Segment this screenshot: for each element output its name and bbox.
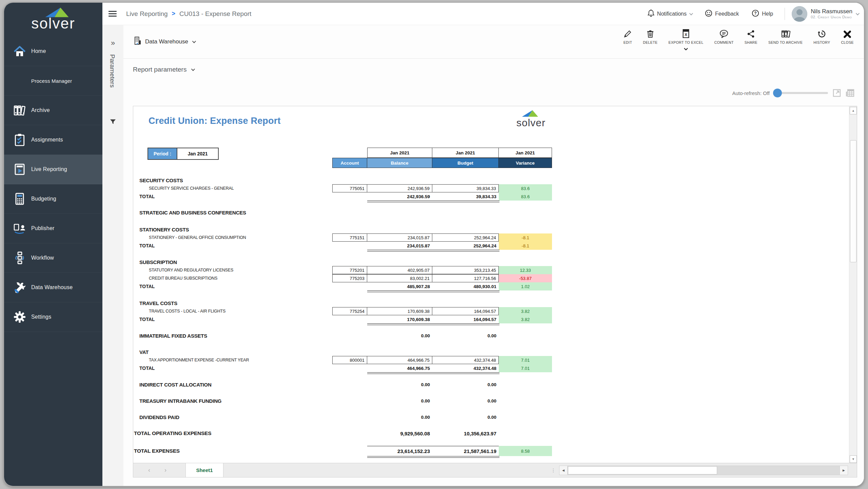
live-reporting-icon	[13, 163, 26, 176]
sidebar-item-label: Archive	[31, 107, 50, 113]
report-parameters-label: Report parameters	[133, 66, 186, 73]
user-org: 02. Credit Union Demo	[811, 15, 852, 19]
section-row: STATIONERY COSTS	[133, 225, 849, 233]
report-table-body: SECURITY COSTS SECURITY SERVICE CHARGES …	[133, 176, 849, 458]
sidebar-item-label: Settings	[31, 314, 51, 320]
data-source-dropdown[interactable]: Data Warehouse	[134, 37, 195, 46]
chevron-down-icon	[856, 11, 860, 15]
sheet-tab[interactable]: Sheet1	[185, 463, 223, 477]
prev-sheet-button[interactable]: ‹	[148, 463, 150, 477]
history-icon	[813, 28, 830, 38]
grand-total-row: TOTAL OPERATING EXPENSES 9,929,560.08 10…	[133, 429, 849, 437]
auto-refresh-slider[interactable]	[774, 92, 828, 94]
total-row: TOTAL 464,966.75 432,374.48 7.01	[133, 364, 849, 372]
sidebar-item-process-manager[interactable]: Process Manager	[4, 66, 102, 96]
export-to-excel-button[interactable]: X EXPORT TO EXCEL	[663, 28, 709, 52]
help-button[interactable]: ? Help	[747, 10, 778, 18]
workflow-icon	[13, 251, 26, 265]
help-label: Help	[762, 11, 773, 17]
building-icon	[134, 37, 141, 46]
feedback-button[interactable]: Feedback	[700, 10, 744, 18]
sidebar-item-data-warehouse[interactable]: Data Warehouse	[4, 273, 102, 302]
share-button[interactable]: SHARE	[739, 28, 763, 52]
expand-panel-icon[interactable]: »	[102, 39, 123, 48]
resize-icon[interactable]	[833, 89, 841, 97]
sidebar-item-label: Assignments	[31, 137, 63, 143]
sidebar-item-archive[interactable]: Archive	[4, 96, 102, 125]
scroll-right-button[interactable]: ▶	[840, 466, 848, 475]
user-name: Nils Rasmussen	[811, 8, 852, 15]
horizontal-scrollbar-thumb[interactable]	[568, 466, 717, 474]
excel-icon: X	[668, 28, 703, 38]
grand-total-row: TOTAL EXPENSES 23,614,152.23 21,587,561.…	[133, 446, 849, 456]
double-rule	[367, 201, 499, 202]
sidebar-item-live-reporting[interactable]: Live Reporting	[4, 155, 102, 184]
report-parameters-dropdown[interactable]: Report parameters	[133, 66, 194, 73]
table-row: TRAVEL COSTS - LOCAL - AIR FLIGHTS 77525…	[133, 307, 849, 315]
archive-icon	[13, 104, 26, 117]
report-solver-logo: solver	[509, 110, 553, 129]
parameters-label: Parameters	[108, 54, 116, 88]
chevron-down-icon	[689, 11, 693, 15]
user-menu[interactable]: Nils Rasmussen 02. Credit Union Demo	[811, 8, 852, 19]
scroll-up-button[interactable]: ▲	[850, 107, 857, 114]
period-label: Period :	[148, 148, 177, 159]
double-rule	[367, 323, 499, 325]
sidebar-item-label: Budgeting	[31, 196, 56, 202]
comment-button[interactable]: COMMENT	[709, 28, 739, 52]
report-title: Credit Union: Expense Report	[149, 116, 281, 126]
sidebar-item-home[interactable]: Home	[4, 37, 102, 66]
share-icon	[745, 28, 757, 38]
breadcrumb-section[interactable]: Live Reporting	[126, 10, 168, 18]
horizontal-scrollbar[interactable]: ◀ ▶	[559, 466, 848, 475]
edit-button[interactable]: EDIT	[618, 28, 638, 52]
report-viewport: Credit Union: Expense Report solver Peri…	[133, 106, 857, 477]
sidebar: solver Home Process Manager Archive Assi…	[4, 3, 102, 486]
period-selector: Period : Jan 2021	[147, 148, 219, 160]
table-row: DIVIDENDS PAID 0.00 0.00	[133, 413, 849, 421]
parameters-panel: » Parameters	[102, 25, 123, 486]
delete-button[interactable]: DELETE	[637, 28, 663, 52]
sidebar-item-assignments[interactable]: Assignments	[4, 125, 102, 155]
next-sheet-button[interactable]: ›	[164, 463, 166, 477]
drag-handle-icon[interactable]: ⋮	[551, 463, 556, 477]
vertical-scrollbar[interactable]: ▲ ▼	[849, 106, 857, 464]
total-row: TOTAL 242,936.59 39,834.33 83.6	[133, 192, 849, 201]
feedback-label: Feedback	[715, 11, 739, 17]
notifications-label: Notifications	[657, 11, 687, 17]
table-row: TAX APPORTIONMENT EXPENSE -CURRENT YEAR …	[133, 356, 849, 364]
sidebar-item-budgeting[interactable]: Budgeting	[4, 184, 102, 214]
table-row: CREDIT BUREAU SUBSCRIPTIONS 775203 83,00…	[133, 274, 849, 282]
sidebar-item-workflow[interactable]: Workflow	[4, 243, 102, 273]
sidebar-item-settings[interactable]: Settings	[4, 302, 102, 332]
close-button[interactable]: CLOSE	[835, 28, 859, 52]
solver-logo-text: solver	[4, 15, 102, 32]
filter-icon[interactable]	[110, 119, 116, 126]
bell-icon	[648, 10, 654, 18]
avatar[interactable]	[792, 6, 807, 22]
auto-refresh-label: Auto-refresh: Off	[732, 90, 770, 96]
page-title: CU013 - Expense Report	[179, 10, 251, 18]
scroll-left-button[interactable]: ◀	[559, 466, 568, 475]
grid-icon[interactable]	[846, 89, 854, 97]
sidebar-item-label: Process Manager	[31, 78, 72, 84]
section-row: VAT	[133, 348, 849, 356]
table-row: IMMATERIAL FIXED ASSETS 0.00 0.00	[133, 332, 849, 340]
sidebar-item-publisher[interactable]: Publisher	[4, 214, 102, 243]
menu-icon[interactable]	[108, 10, 117, 18]
period-header-row: Jan 2021 Jan 2021 Jan 2021	[367, 148, 552, 158]
breadcrumb-separator: >	[172, 10, 176, 17]
sheet-bar: ‹ › Sheet1 ⋮ ◀ ▶	[133, 463, 857, 477]
scroll-down-button[interactable]: ▼	[850, 455, 857, 463]
notifications-button[interactable]: Notifications	[643, 10, 697, 18]
table-row: STATUTORY AND REGULATORY LICENSES 775201…	[133, 266, 849, 274]
total-row: TOTAL 485,907.28 480,930.01 1.02	[133, 282, 849, 290]
sidebar-item-label: Data Warehouse	[31, 284, 73, 290]
slider-knob[interactable]	[773, 89, 782, 97]
sidebar-item-label: Workflow	[31, 255, 54, 261]
send-to-archive-button[interactable]: SEND TO ARCHIVE	[763, 28, 808, 52]
history-button[interactable]: HISTORY	[808, 28, 835, 52]
vertical-scrollbar-thumb[interactable]	[850, 140, 856, 262]
table-row: INDIRECT COST ALLOCATION 0.00 0.00	[133, 380, 849, 389]
svg-text:?: ?	[754, 11, 757, 16]
